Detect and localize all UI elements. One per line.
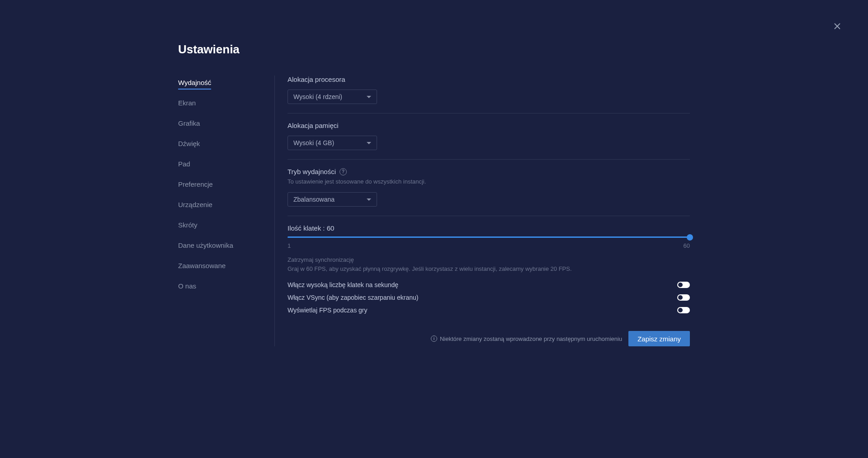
restart-note: Niektóre zmiany zostaną wprowadzone przy… bbox=[440, 335, 622, 342]
close-button[interactable] bbox=[832, 21, 843, 32]
sidebar-item-about[interactable]: O nas bbox=[178, 279, 196, 293]
sidebar-item-graphics[interactable]: Grafika bbox=[178, 116, 200, 130]
fps-min: 1 bbox=[288, 242, 291, 249]
fps-label-prefix: Ilość klatek : bbox=[288, 224, 327, 232]
sidebar-item-device[interactable]: Urządzenie bbox=[178, 198, 212, 212]
fps-slider[interactable] bbox=[288, 236, 690, 238]
ram-allocation-select[interactable]: Wysoki (4 GB) bbox=[288, 136, 377, 150]
settings-sidebar: Wydajność Ekran Grafika Dźwięk Pad Prefe… bbox=[178, 76, 275, 346]
vsync-toggle[interactable] bbox=[677, 294, 690, 301]
help-icon[interactable]: ? bbox=[340, 168, 347, 175]
sidebar-item-shortcuts[interactable]: Skróty bbox=[178, 218, 198, 232]
ram-allocation-value: Wysoki (4 GB) bbox=[293, 139, 334, 146]
performance-mode-value: Zbalansowana bbox=[293, 196, 335, 203]
vsync-label: Włącz VSync (aby zapobiec szarpaniu ekra… bbox=[288, 294, 418, 301]
sidebar-item-gamepad[interactable]: Pad bbox=[178, 157, 190, 171]
fps-hint-title: Zatrzymaj synchronizację bbox=[288, 256, 690, 263]
sidebar-item-performance[interactable]: Wydajność bbox=[178, 76, 211, 90]
fps-hint-text: Graj w 60 FPS, aby uzyskać płynną rozgry… bbox=[288, 265, 690, 273]
page-title: Ustawienia bbox=[178, 42, 690, 57]
performance-mode-label: Tryb wydajności bbox=[288, 168, 336, 175]
chevron-down-icon bbox=[367, 96, 371, 98]
save-button[interactable]: Zapisz zmiany bbox=[628, 331, 690, 346]
chevron-down-icon bbox=[367, 142, 371, 144]
sidebar-item-preferences[interactable]: Preferencje bbox=[178, 177, 213, 191]
fps-value: 60 bbox=[327, 224, 335, 232]
ram-allocation-label: Alokacja pamięci bbox=[288, 122, 690, 129]
cpu-allocation-select[interactable]: Wysoki (4 rdzeni) bbox=[288, 90, 377, 104]
fps-max: 60 bbox=[684, 242, 690, 249]
sidebar-item-display[interactable]: Ekran bbox=[178, 96, 196, 110]
cpu-allocation-label: Alokacja procesora bbox=[288, 76, 690, 83]
chevron-down-icon bbox=[367, 198, 371, 201]
high-fps-toggle[interactable] bbox=[677, 282, 690, 288]
performance-mode-sub: To ustawienie jest stosowane do wszystki… bbox=[288, 178, 690, 185]
show-fps-toggle[interactable] bbox=[677, 307, 690, 313]
sidebar-item-sound[interactable]: Dźwięk bbox=[178, 137, 200, 151]
high-fps-label: Włącz wysoką liczbę klatek na sekundę bbox=[288, 281, 398, 288]
sidebar-item-userdata[interactable]: Dane użytkownika bbox=[178, 238, 233, 252]
cpu-allocation-value: Wysoki (4 rdzeni) bbox=[293, 93, 342, 100]
show-fps-label: Wyświetlaj FPS podczas gry bbox=[288, 307, 367, 314]
sidebar-item-advanced[interactable]: Zaawansowane bbox=[178, 259, 226, 273]
settings-main: Alokacja procesora Wysoki (4 rdzeni) Alo… bbox=[275, 76, 690, 346]
fps-slider-thumb[interactable] bbox=[687, 234, 693, 241]
performance-mode-select[interactable]: Zbalansowana bbox=[288, 192, 377, 207]
settings-modal: Ustawienia Wydajność Ekran Grafika Dźwię… bbox=[0, 0, 868, 458]
info-icon: i bbox=[431, 335, 437, 342]
close-icon bbox=[834, 23, 841, 30]
